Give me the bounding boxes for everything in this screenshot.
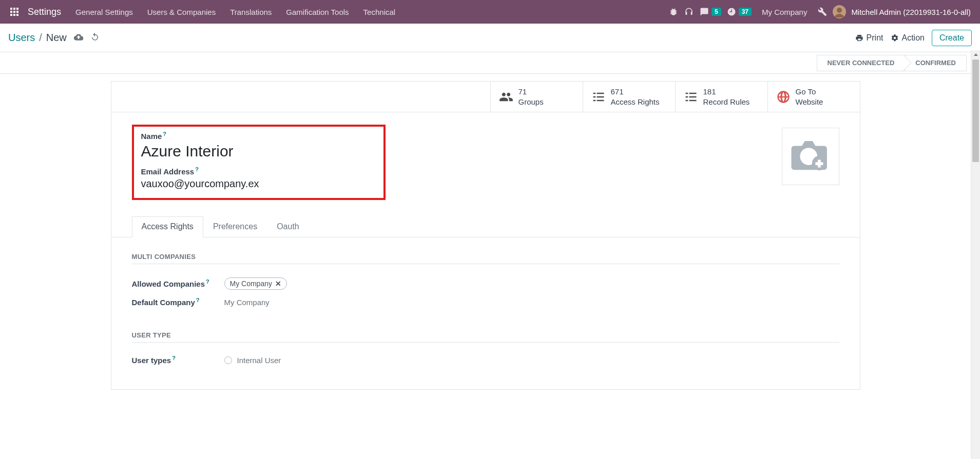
app-title[interactable]: Settings [25,7,68,17]
debug-tools-icon[interactable] [817,7,828,17]
nav-menu: General Settings Users & Companies Trans… [68,0,402,24]
company-selector[interactable]: My Company [757,8,812,16]
svg-point-1 [837,8,842,13]
action-button[interactable]: Action [891,33,925,43]
chat-icon [699,7,709,17]
scroll-up-arrow-icon[interactable] [971,50,980,59]
user-avatar[interactable] [833,5,846,18]
breadcrumb-separator: / [39,32,42,44]
control-panel: Users / New Print Action Create [0,24,980,52]
create-button[interactable]: Create [932,30,972,46]
menu-technical[interactable]: Technical [356,0,403,24]
print-icon [855,34,863,42]
breadcrumb-users-link[interactable]: Users [8,32,35,44]
bug-icon[interactable] [668,7,679,17]
discard-button[interactable] [90,32,100,43]
activities-badge: 37 [739,8,752,16]
status-never-connected[interactable]: NEVER CONNECTED [817,55,905,71]
gear-icon [891,34,899,42]
status-confirmed[interactable]: CONFIRMED [905,55,967,71]
scrollbar-track[interactable] [971,50,980,74]
apps-grid-icon [10,8,18,16]
scrollbar-thumb[interactable] [972,59,979,74]
menu-general-settings[interactable]: General Settings [68,0,140,24]
breadcrumb: Users / New [8,32,67,44]
status-bar: NEVER CONNECTED CONFIRMED [0,52,980,74]
username-label[interactable]: Mitchell Admin (22019931-16-0-all) [851,8,976,16]
print-button[interactable]: Print [855,33,883,43]
clock-icon [726,7,737,17]
messages-indicator[interactable]: 5 [699,7,721,17]
nav-right: 5 37 My Company Mitchell Admin (22019931… [668,5,976,18]
messages-badge: 5 [712,8,721,16]
support-icon[interactable] [684,7,694,17]
menu-translations[interactable]: Translations [223,0,279,24]
apps-menu-button[interactable] [4,8,25,16]
save-cloud-button[interactable] [74,32,83,43]
top-navbar: Settings General Settings Users & Compan… [0,0,980,24]
menu-gamification[interactable]: Gamification Tools [279,0,356,24]
activities-indicator[interactable]: 37 [726,7,752,17]
menu-users-companies[interactable]: Users & Companies [140,0,223,24]
breadcrumb-current: New [46,32,67,44]
